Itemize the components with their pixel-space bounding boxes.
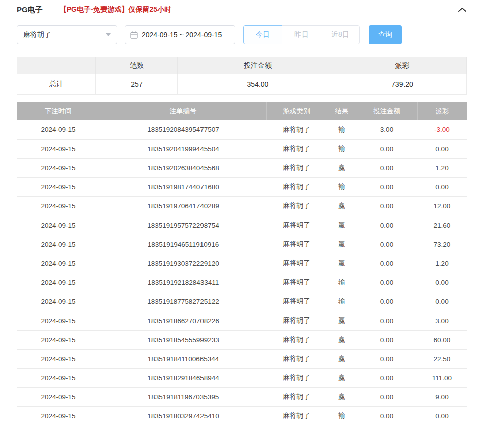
- summary-header-0: [17, 57, 96, 74]
- cell-bet-id: 1835191946511910916: [100, 235, 266, 254]
- cell-game: 麻将胡了: [266, 368, 327, 387]
- cell-bet-amount: 0.00: [357, 216, 417, 235]
- collapse-button[interactable]: [458, 7, 467, 13]
- cell-result: 赢: [327, 349, 357, 368]
- cell-bet-amount: 0.00: [357, 311, 417, 330]
- cell-bet-amount: 0.00: [357, 177, 417, 196]
- search-button[interactable]: 查询: [369, 25, 402, 44]
- cell-result: 输: [327, 120, 357, 139]
- records-header-1: 注单编号: [100, 102, 266, 120]
- cell-bet-amount: 0.00: [357, 235, 417, 254]
- cell-result: 输: [327, 292, 357, 311]
- cell-date: 2024-09-15: [17, 139, 100, 158]
- cell-game: 麻将胡了: [266, 406, 327, 424]
- cell-payout: 0.00: [417, 406, 467, 424]
- cell-bet-id: 1835191811967035395: [100, 387, 266, 406]
- cell-bet-id: 1835191829184658944: [100, 368, 266, 387]
- filter-bar: 麻将胡了 2024-09-15 ~ 2024-09-15 今日昨日近8日 查询: [17, 25, 467, 44]
- game-select[interactable]: 麻将胡了: [17, 25, 117, 44]
- cell-bet-id: 1835191841100665344: [100, 349, 266, 368]
- cell-date: 2024-09-15: [17, 387, 100, 406]
- cell-bet-amount: 0.00: [357, 387, 417, 406]
- table-row: 2024-09-151835191946511910916麻将胡了赢0.0073…: [17, 235, 467, 254]
- summary-bet-amount: 354.00: [178, 74, 338, 95]
- table-row: 2024-09-151835191811967035395麻将胡了赢0.009.…: [17, 387, 467, 406]
- cell-game: 麻将胡了: [266, 330, 327, 349]
- cell-payout: 0.00: [417, 139, 467, 158]
- cell-date: 2024-09-15: [17, 235, 100, 254]
- table-row: 2024-09-151835191981744071680麻将胡了输0.000.…: [17, 177, 467, 196]
- cell-payout: 1.20: [417, 254, 467, 273]
- cell-bet-id: 1835191921828433411: [100, 273, 266, 292]
- cell-date: 2024-09-15: [17, 177, 100, 196]
- cell-bet-amount: 0.00: [357, 254, 417, 273]
- cell-bet-id: 1835191970641740289: [100, 196, 266, 216]
- summary-table: 笔数投注金额派彩 总计 257 354.00 739.20: [17, 57, 467, 95]
- cell-date: 2024-09-15: [17, 216, 100, 235]
- cell-payout: 0.00: [417, 177, 467, 196]
- cell-payout: 1.20: [417, 158, 467, 177]
- summary-header-row: 笔数投注金额派彩: [17, 57, 467, 74]
- quick-range-button-1[interactable]: 昨日: [282, 25, 321, 44]
- table-row: 2024-09-151835191866270708226麻将胡了赢0.003.…: [17, 311, 467, 330]
- cell-game: 麻将胡了: [266, 158, 327, 177]
- calendar-icon: [130, 31, 138, 39]
- cell-bet-id: 1835191866270708226: [100, 311, 266, 330]
- cell-bet-id: 1835191877582725122: [100, 292, 266, 311]
- summary-header-3: 派彩: [338, 57, 467, 74]
- cell-result: 赢: [327, 158, 357, 177]
- cell-bet-amount: 0.00: [357, 349, 417, 368]
- table-row: 2024-09-151835192084395477507麻将胡了输3.00-3…: [17, 120, 467, 139]
- cell-payout: 0.00: [417, 273, 467, 292]
- cell-payout: 3.00: [417, 311, 467, 330]
- cell-game: 麻将胡了: [266, 177, 327, 196]
- cell-date: 2024-09-15: [17, 120, 100, 139]
- table-row: 2024-09-151835192026384045568麻将胡了赢0.001.…: [17, 158, 467, 177]
- cell-payout: 60.00: [417, 330, 467, 349]
- summary-header-2: 投注金额: [178, 57, 338, 74]
- cell-result: 赢: [327, 235, 357, 254]
- cell-bet-id: 1835192084395477507: [100, 120, 266, 139]
- cell-result: 赢: [327, 387, 357, 406]
- cell-game: 麻将胡了: [266, 196, 327, 216]
- date-range-input[interactable]: 2024-09-15 ~ 2024-09-15: [125, 25, 235, 44]
- cell-game: 麻将胡了: [266, 387, 327, 406]
- cell-bet-amount: 0.00: [357, 139, 417, 158]
- cell-payout: 111.00: [417, 368, 467, 387]
- cell-result: 输: [327, 139, 357, 158]
- cell-bet-amount: 0.00: [357, 406, 417, 424]
- cell-game: 麻将胡了: [266, 311, 327, 330]
- cell-game: 麻将胡了: [266, 292, 327, 311]
- summary-payout: 739.20: [338, 74, 467, 95]
- cell-bet-amount: 0.00: [357, 196, 417, 216]
- summary-header-1: 笔数: [96, 57, 178, 74]
- table-row: 2024-09-151835191921828433411麻将胡了输0.000.…: [17, 273, 467, 292]
- cell-game: 麻将胡了: [266, 254, 327, 273]
- game-select-value: 麻将胡了: [23, 30, 106, 39]
- cell-date: 2024-09-15: [17, 406, 100, 424]
- cell-payout: 9.00: [417, 387, 467, 406]
- cell-result: 赢: [327, 368, 357, 387]
- table-row: 2024-09-151835191877582725122麻将胡了输0.000.…: [17, 292, 467, 311]
- quick-range-button-2[interactable]: 近8日: [321, 25, 360, 44]
- cell-game: 麻将胡了: [266, 273, 327, 292]
- cell-date: 2024-09-15: [17, 196, 100, 216]
- notice-text: 【PG电子-免费游戏】仅保留25小时: [60, 5, 171, 14]
- table-row: 2024-09-151835191854555999233麻将胡了赢0.0060…: [17, 330, 467, 349]
- records-header-2: 游戏类别: [266, 102, 327, 120]
- cell-bet-amount: 3.00: [357, 120, 417, 139]
- cell-result: 赢: [327, 330, 357, 349]
- page-content: PG电子 【PG电子-免费游戏】仅保留25小时 麻将胡了: [17, 0, 467, 424]
- quick-range-button-0[interactable]: 今日: [243, 25, 282, 44]
- records-table: 下注时间注单编号游戏类别结果投注金额派彩 2024-09-15183519208…: [17, 102, 467, 424]
- cell-result: 赢: [327, 216, 357, 235]
- records-body: 2024-09-151835192084395477507麻将胡了输3.00-3…: [17, 120, 467, 424]
- cell-game: 麻将胡了: [266, 139, 327, 158]
- cell-date: 2024-09-15: [17, 158, 100, 177]
- cell-result: 赢: [327, 196, 357, 216]
- cell-payout: 73.20: [417, 235, 467, 254]
- cell-date: 2024-09-15: [17, 292, 100, 311]
- cell-bet-id: 1835192041999445504: [100, 139, 266, 158]
- cell-bet-amount: 0.00: [357, 273, 417, 292]
- cell-date: 2024-09-15: [17, 330, 100, 349]
